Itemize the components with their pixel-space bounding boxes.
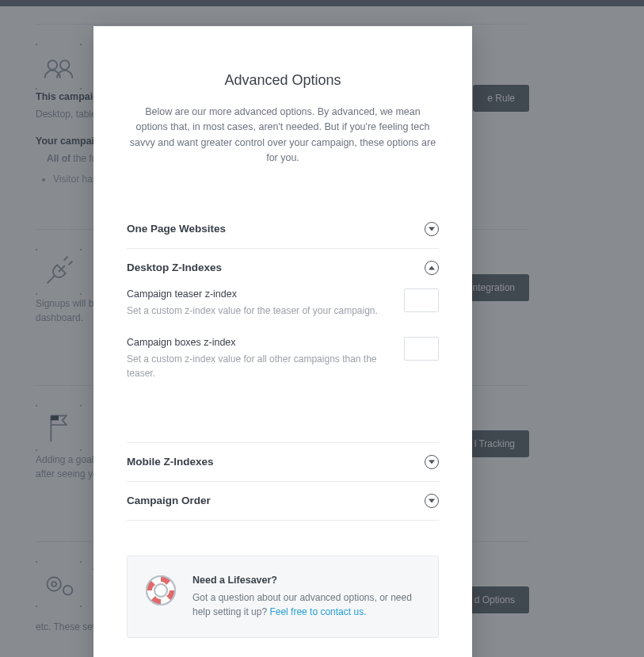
field-label: Campaign teaser z-index: [127, 288, 378, 300]
section-desktop-z-indexes: Desktop Z-Indexes Campaign teaser z-inde…: [127, 248, 439, 411]
chevron-down-icon: [425, 494, 439, 508]
help-box: Need a Lifesaver? Got a question about o…: [127, 556, 439, 638]
modal-overlay[interactable]: Advanced Options Below are our more adva…: [0, 0, 644, 657]
teaser-zindex-input[interactable]: [404, 288, 439, 312]
field-label: Campaign boxes z-index: [127, 337, 388, 348]
chevron-down-icon: [425, 222, 439, 236]
chevron-up-icon: [425, 261, 439, 275]
lifesaver-icon: [145, 575, 177, 606]
contact-us-link[interactable]: Feel free to contact us.: [269, 606, 366, 617]
section-campaign-order: Campaign Order: [127, 481, 439, 521]
field-hint: Set a custom z-index value for all other…: [127, 352, 388, 380]
section-body: Campaign teaser z-index Set a custom z-i…: [127, 287, 439, 411]
toggle-campaign-order[interactable]: Campaign Order: [127, 482, 439, 520]
help-text: Got a question about our advanced option…: [192, 590, 421, 620]
section-one-page-websites: One Page Websites: [127, 210, 439, 248]
section-mobile-z-indexes: Mobile Z-Indexes: [127, 442, 439, 481]
toggle-desktop-z-indexes[interactable]: Desktop Z-Indexes: [127, 249, 439, 287]
help-title: Need a Lifesaver?: [192, 575, 421, 586]
boxes-zindex-input[interactable]: [404, 337, 439, 361]
field-boxes-zindex: Campaign boxes z-index Set a custom z-in…: [127, 337, 439, 380]
section-title: Desktop Z-Indexes: [127, 262, 222, 273]
toggle-one-page-websites[interactable]: One Page Websites: [127, 210, 439, 248]
field-hint: Set a custom z-index value for the tease…: [127, 304, 378, 318]
advanced-options-modal: Advanced Options Below are our more adva…: [93, 26, 472, 657]
field-teaser-zindex: Campaign teaser z-index Set a custom z-i…: [127, 288, 439, 318]
chevron-down-icon: [425, 455, 439, 469]
section-title: Campaign Order: [127, 495, 211, 506]
section-title: Mobile Z-Indexes: [127, 456, 214, 468]
modal-title: Advanced Options: [127, 72, 439, 89]
section-title: One Page Websites: [127, 223, 226, 235]
modal-description: Below are our more advanced options. By …: [128, 105, 437, 166]
modal-footer: Cancel Save: [93, 638, 472, 657]
toggle-mobile-z-indexes[interactable]: Mobile Z-Indexes: [127, 443, 439, 481]
